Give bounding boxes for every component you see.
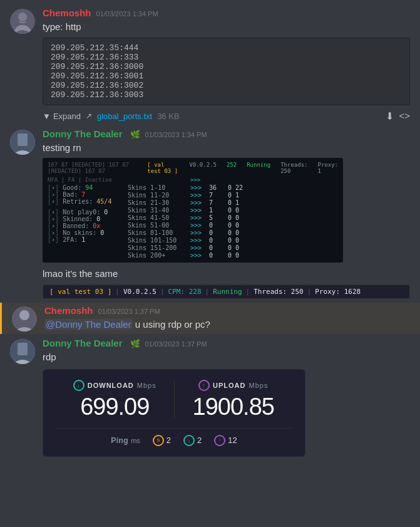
download-unit: Mbps: [137, 382, 156, 389]
messages-container: Chemoshh 01/03/2023 1:34 PM type: http 2…: [0, 0, 420, 466]
timestamp: 01/03/2023 1:34 PM: [96, 10, 158, 18]
status-proxy: Proxy: 1628: [315, 288, 361, 296]
upload-unit: Mbps: [249, 382, 269, 389]
ping-row: Ping ms S 2 ↓ 2 ↑ 12: [56, 428, 292, 446]
svg-point-9: [19, 310, 29, 320]
expand-label: Expand: [53, 112, 81, 121]
up-icon: ↑: [214, 435, 225, 446]
message-group: Chemoshh 01/03/2023 1:34 PM type: http 2…: [0, 5, 420, 125]
down-icon: ↓: [183, 435, 195, 446]
speed-section: ↓ DOWNLOAD Mbps 699.09 ↑ UPLOAD Mbps: [56, 380, 292, 420]
ping-item: Ping ms: [111, 436, 140, 445]
code-block: 209.205.212.35:444 209.205.212.36:333 20…: [43, 38, 410, 105]
status-val: [ val test 03 ]: [49, 288, 111, 296]
down-item: ↓ 2: [183, 435, 202, 446]
share-icon: S: [153, 435, 164, 446]
message-header-donny-1: Donny The Dealer 🌿 01/03/2023 1:34 PM: [43, 128, 410, 139]
ping-unit: ms: [131, 437, 140, 444]
message-group-donny-2: Donny The Dealer 🌿 01/03/2023 1:37 PM rd…: [0, 335, 420, 459]
download-col: ↓ DOWNLOAD Mbps 699.09: [56, 380, 174, 420]
share-value: 2: [166, 436, 171, 445]
download-arrow-icon: ↓: [73, 380, 85, 391]
username-donny: Donny The Dealer: [43, 128, 123, 139]
attachment-bar: ▼ Expand ↗ global_ports.txt 36 KB ⬇ <>: [43, 110, 410, 122]
status-bar: [ val test 03 ] | V0.0.2.5 | CPM: 228 | …: [43, 284, 410, 299]
svg-rect-12: [18, 343, 28, 355]
avatar-chemoshh-2: [12, 306, 37, 331]
attachment-filename[interactable]: global_ports.txt: [97, 112, 152, 121]
status-cpm: CPM: 228: [168, 288, 202, 296]
download-icon[interactable]: ⬇: [386, 110, 394, 122]
status-version: V0.0.2.5: [123, 288, 156, 296]
mention-tag[interactable]: @Donny The Dealer: [44, 319, 133, 330]
username-chemoshh: Chemoshh: [43, 8, 91, 18]
message-header-donny-2: Donny The Dealer 🌿 01/03/2023 1:37 PM: [43, 338, 410, 348]
svg-rect-7: [18, 133, 28, 146]
attachment-icons: ⬇ <>: [386, 110, 410, 122]
external-link-icon: ↗: [86, 112, 92, 120]
message-text: type: http: [43, 21, 410, 34]
timestamp-donny-2: 01/03/2023 1:37 PM: [145, 340, 207, 348]
avatar: [10, 9, 35, 34]
upload-arrow-icon: ↑: [198, 380, 210, 391]
timestamp-donny-1: 01/03/2023 1:34 PM: [145, 131, 207, 138]
leaf-badge-2: 🌿: [130, 339, 140, 348]
terminal-screenshot: 167 87 [REDACTED] 167 87 [REDACTED] 167 …: [43, 158, 343, 263]
message-header-chemoshh-2: Chemoshh 01/03/2023 1:37 PM: [44, 305, 410, 316]
speed-card: ↓ DOWNLOAD Mbps 699.09 ↑ UPLOAD Mbps: [43, 369, 305, 457]
message-text-chemoshh-2: @Donny The Dealer u using rdp or pc?: [44, 318, 410, 331]
message-text-donny-1: testing rn: [43, 142, 410, 155]
message-after-mention: u using rdp or pc?: [135, 319, 210, 330]
message-content-donny-2: Donny The Dealer 🌿 01/03/2023 1:37 PM rd…: [43, 338, 410, 457]
code-view-icon[interactable]: <>: [399, 110, 410, 122]
expand-button[interactable]: ▼ Expand: [43, 112, 81, 121]
message-text-donny-1b: lmao it's the same: [43, 268, 410, 281]
attachment-filesize: 36 KB: [157, 112, 179, 121]
avatar-donny: [10, 130, 35, 155]
upload-label: ↑ UPLOAD Mbps: [175, 380, 293, 391]
message-group-chemoshh-2: Chemoshh 01/03/2023 1:37 PM @Donny The D…: [0, 303, 420, 334]
down-value: 2: [197, 436, 202, 445]
download-value: 699.09: [56, 394, 174, 420]
leaf-badge: 🌿: [130, 130, 140, 139]
message-header: Chemoshh 01/03/2023 1:34 PM: [43, 8, 410, 18]
chevron-down-icon: ▼: [43, 112, 51, 121]
up-value: 12: [228, 436, 237, 445]
avatar-donny-2: [10, 339, 35, 364]
download-label: ↓ DOWNLOAD Mbps: [56, 380, 174, 391]
message-content-chemoshh-2: Chemoshh 01/03/2023 1:37 PM @Donny The D…: [44, 305, 410, 331]
username-donny-2: Donny The Dealer: [43, 338, 123, 348]
message-content: Chemoshh 01/03/2023 1:34 PM type: http 2…: [43, 8, 410, 122]
status-threads: Threads: 250: [254, 288, 303, 296]
svg-point-4: [18, 13, 27, 21]
username-chemoshh-2: Chemoshh: [44, 305, 93, 316]
share-item: S 2: [153, 435, 171, 446]
upload-col: ↑ UPLOAD Mbps 1900.85: [175, 380, 293, 420]
timestamp-chemoshh-2: 01/03/2023 1:37 PM: [98, 308, 160, 315]
message-text-donny-2: rdp: [43, 351, 410, 364]
up-item: ↑ 12: [214, 435, 237, 446]
upload-value: 1900.85: [175, 394, 293, 420]
status-running: Running: [213, 288, 242, 296]
message-group-donny-1: Donny The Dealer 🌿 01/03/2023 1:34 PM te…: [0, 126, 420, 301]
ping-label: Ping: [111, 436, 128, 445]
message-content-donny-1: Donny The Dealer 🌿 01/03/2023 1:34 PM te…: [43, 128, 410, 299]
